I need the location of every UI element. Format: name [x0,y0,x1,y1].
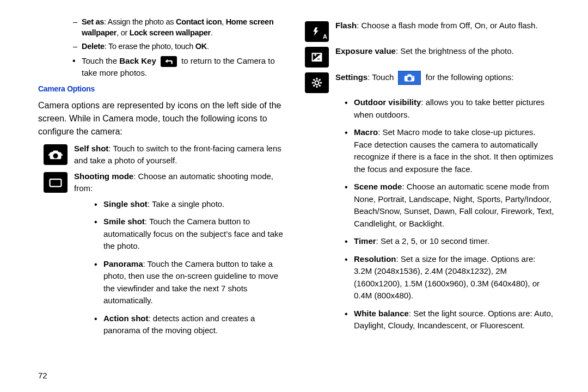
svg-rect-10 [315,53,316,57]
set-as-label: Set as [82,17,104,26]
delete-label: Delete [82,42,105,51]
flash-desc: Flash: Choose a flash mode from Off, On,… [335,20,555,32]
left-column: Set as: Assign the photo as Contact icon… [11,16,294,387]
svg-rect-22 [408,75,412,77]
page-number: 72 [38,370,47,381]
dash-list: Set as: Assign the photo as Contact icon… [38,16,289,52]
flash-row: A Flash: Choose a flash mode from Off, O… [305,20,555,42]
back-bullet-list: Touch the Back Key to return to the Came… [38,55,289,78]
shooting-mode-icon [44,172,68,193]
settings-row: Settings: Touch for the following option… [305,71,555,93]
svg-rect-15 [312,82,314,84]
self-shot-label: Self shot [74,144,108,153]
right-column: A Flash: Choose a flash mode from Off, O… [294,16,577,387]
back-key-bullet: Touch the Back Key to return to the Came… [82,55,289,78]
svg-rect-5 [50,179,62,187]
set-as-rest: : Assign the photo as [104,17,176,26]
svg-marker-6 [314,27,318,36]
svg-point-24 [413,77,414,78]
delete-ok: OK [195,42,207,51]
exposure-label: Exposure value [335,46,396,56]
self-shot-icon [44,144,68,165]
opt-outdoor: Outdoor visibility: allows you to take b… [354,96,555,121]
settings-icon [305,72,329,93]
settings-desc: Settings: Touch for the following option… [335,71,555,85]
delete-item: Delete: To erase the photo, touch OK. [82,41,289,52]
opt-whitebalance: White balance: Set the light source. Opt… [354,308,555,332]
svg-rect-18 [313,84,315,87]
opt-timer: Timer: Set a 2, 5, or 10 second timer. [354,235,555,248]
svg-rect-13 [316,78,318,80]
opt-scene: Scene mode: Choose an automatic scene mo… [354,181,555,230]
self-shot-desc: Self shot: Touch to switch to the front-… [74,143,289,167]
set-as-item: Set as: Assign the photo as Contact icon… [82,16,289,39]
shooting-mode-list: Single shot: Take a single photo. Smile … [87,198,289,337]
section-camera-options: Camera Options [38,84,289,95]
page: Set as: Assign the photo as Contact icon… [0,0,588,392]
shooting-mode-desc: Shooting mode: Choose an automatic shoot… [74,170,289,195]
intro-para: Camera options are represented by icons … [38,99,289,138]
svg-rect-19 [313,79,315,81]
set-as-b3: Lock screen wallpaper [130,28,211,37]
flash-icon: A [305,21,329,42]
shooting-mode-label: Shooting mode [74,171,133,181]
camera-inline-icon [398,71,421,85]
set-as-b1: Contact icon [176,17,222,26]
back-key-label: Back Key [119,56,158,65]
settings-options-list: Outdoor visibility: allows you to take b… [338,96,555,332]
svg-rect-14 [316,86,318,88]
opt-macro: Macro: Set Macro mode to take close-up p… [354,126,555,175]
settings-label: Settings [335,72,367,82]
svg-point-2 [53,153,58,158]
exposure-desc: Exposure value: Set the brightness of th… [335,45,555,58]
mode-panorama: Panorama: Touch the Camera button to tak… [103,258,289,307]
opt-resolution: Resolution: Set a size for the image. Op… [354,253,555,302]
svg-rect-16 [320,82,322,84]
mode-smile: Smile shot: Touch the Camera button to a… [103,216,289,253]
flash-label: Flash [335,21,357,30]
svg-rect-17 [318,79,321,81]
back-key-icon [161,56,177,67]
svg-point-23 [408,77,412,81]
delete-rest: : To erase the photo, touch [105,42,195,51]
svg-marker-8 [313,53,322,61]
svg-point-12 [315,81,319,85]
flash-auto-badge: A [323,33,327,41]
self-shot-row: Self shot: Touch to switch to the front-… [44,143,289,167]
svg-rect-20 [318,84,321,87]
shooting-mode-row: Shooting mode: Choose an automatic shoot… [44,170,289,195]
mode-single: Single shot: Take a single photo. [103,198,289,211]
mode-action: Action shot: detects action and creates … [103,313,289,337]
exposure-row: Exposure value: Set the brightness of th… [305,45,555,68]
svg-rect-11 [317,59,320,59]
exposure-icon [305,47,329,68]
